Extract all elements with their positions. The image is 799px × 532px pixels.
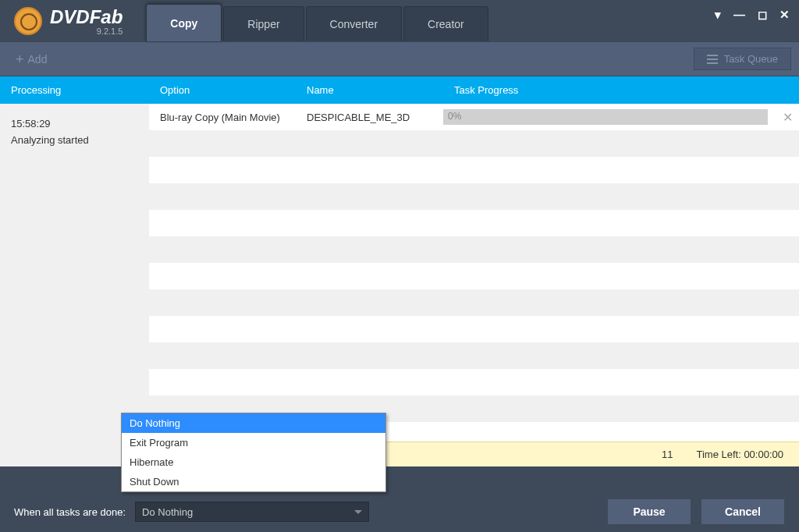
done-action-select[interactable]: Do Nothing (135, 502, 369, 522)
footer: When all tasks are done: Do Nothing Paus… (0, 491, 799, 532)
add-button[interactable]: + Add (8, 49, 55, 69)
app-version: 9.2.1.5 (50, 27, 123, 36)
main-tabs: Copy Ripper Converter Creator (146, 0, 489, 41)
table-row: Blu-ray Copy (Main Movie) DESPICABLE_ME_… (149, 104, 799, 130)
progress-bar: 0% (443, 109, 768, 125)
done-action-dropdown: Do Nothing Exit Program Hibernate Shut D… (121, 413, 386, 492)
log-timestamp: 15:58:29 (11, 116, 138, 133)
list-icon (707, 55, 718, 64)
dropdown-option-do-nothing[interactable]: Do Nothing (122, 413, 385, 433)
close-icon[interactable]: ✕ (779, 8, 790, 22)
progress-text: 0% (448, 111, 461, 122)
done-action-label: When all tasks are done: (14, 506, 126, 518)
dropdown-option-hibernate[interactable]: Hibernate (122, 452, 385, 472)
title-bar: DVDFab 9.2.1.5 Copy Ripper Converter Cre… (0, 0, 799, 41)
maximize-icon[interactable]: ◻ (758, 8, 767, 22)
dropdown-option-exit-program[interactable]: Exit Program (122, 433, 385, 452)
cell-option: Blu-ray Copy (Main Movie) (149, 112, 296, 123)
plus-icon: + (16, 52, 24, 66)
task-rows: Blu-ray Copy (Main Movie) DESPICABLE_ME_… (149, 104, 799, 442)
task-queue-label: Task Queue (724, 53, 778, 65)
task-content: Option Name Task Progress Blu-ray Copy (… (149, 76, 799, 466)
add-button-label: Add (28, 53, 48, 66)
cell-name: DESPICABLE_ME_3D (296, 112, 443, 123)
encode-fps: 11 (662, 449, 673, 460)
main-area: Processing 15:58:29 Analyzing started Op… (0, 76, 799, 466)
dropdown-icon[interactable]: ▾ (715, 8, 721, 22)
header-name: Name (296, 76, 443, 104)
log-status: Analyzing started (11, 133, 138, 149)
chevron-down-icon (354, 510, 362, 514)
sidebar-header: Processing (0, 76, 149, 104)
dropdown-option-shut-down[interactable]: Shut Down (122, 472, 385, 491)
window-controls: ▾ — ◻ ✕ (715, 8, 790, 22)
task-table-header: Option Name Task Progress (149, 76, 799, 104)
remove-task-button[interactable]: ✕ (776, 110, 799, 125)
tab-copy[interactable]: Copy (146, 4, 222, 41)
cancel-button[interactable]: Cancel (701, 498, 785, 525)
header-progress: Task Progress (443, 76, 776, 104)
time-left: Time Left: 00:00:00 (696, 449, 783, 460)
app-logo-icon (14, 7, 42, 35)
sidebar: Processing 15:58:29 Analyzing started (0, 76, 149, 466)
tab-converter[interactable]: Converter (306, 6, 402, 41)
minimize-icon[interactable]: — (733, 8, 745, 22)
task-queue-button[interactable]: Task Queue (694, 48, 791, 70)
tab-creator[interactable]: Creator (403, 6, 488, 41)
done-action-selected: Do Nothing (142, 506, 193, 518)
pause-button[interactable]: Pause (607, 498, 691, 525)
header-option: Option (149, 76, 296, 104)
toolbar: + Add Task Queue (0, 41, 799, 76)
tab-ripper[interactable]: Ripper (223, 6, 304, 41)
app-title: DVDFab (50, 6, 123, 27)
logo-area: DVDFab 9.2.1.5 (0, 6, 123, 36)
